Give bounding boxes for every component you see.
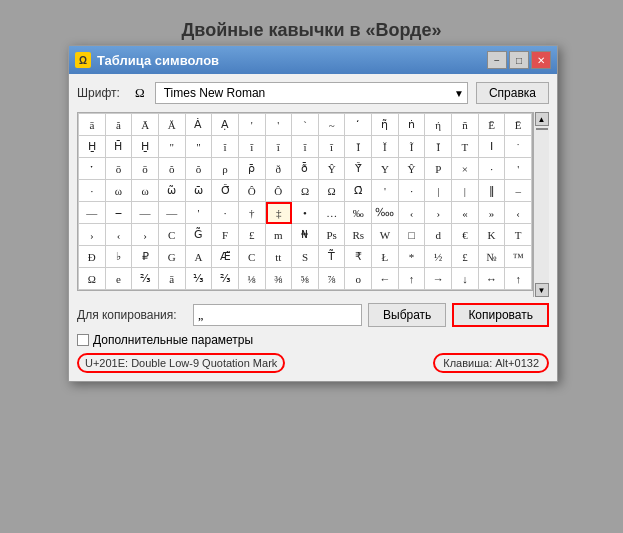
symbol-cell[interactable]: ˑ (79, 158, 106, 180)
symbol-cell[interactable]: ρ̄ (239, 158, 266, 180)
symbol-cell[interactable]: ĩ (319, 136, 346, 158)
symbol-cell[interactable]: ‒ (106, 202, 133, 224)
symbol-cell[interactable]: Ⅰ (479, 136, 506, 158)
symbol-cell[interactable]: Ă (159, 114, 186, 136)
symbol-cell[interactable]: | (425, 180, 452, 202)
help-button[interactable]: Справка (476, 82, 549, 104)
symbol-cell[interactable]: ī (266, 136, 293, 158)
symbol-cell[interactable]: C (159, 224, 186, 246)
copy-button[interactable]: Копировать (452, 303, 549, 327)
symbol-cell[interactable]: Ps (319, 224, 346, 246)
scroll-thumb[interactable] (536, 128, 548, 130)
symbol-cell[interactable]: ĭ (212, 136, 239, 158)
symbol-cell[interactable]: C (239, 246, 266, 268)
symbol-cell[interactable]: ' (266, 114, 293, 136)
symbol-cell[interactable]: ← (372, 268, 399, 290)
symbol-cell[interactable]: ρ (212, 158, 239, 180)
symbol-cell[interactable]: Rs (345, 224, 372, 246)
symbol-cell[interactable]: ‖ (479, 180, 506, 202)
symbol-cell[interactable]: ‡ (266, 202, 293, 224)
symbol-cell[interactable]: ω (106, 180, 133, 202)
symbol-cell[interactable]: ⅔ (132, 268, 159, 290)
scroll-down-arrow[interactable]: ▼ (535, 283, 549, 297)
symbol-cell[interactable]: " (159, 136, 186, 158)
symbol-cell[interactable]: Ω̄ (345, 180, 372, 202)
symbol-cell[interactable]: Ạ (212, 114, 239, 136)
symbol-cell[interactable]: ‱ (372, 202, 399, 224)
symbol-cell[interactable]: ō (106, 158, 133, 180)
symbol-cell[interactable]: ‹ (106, 224, 133, 246)
symbol-cell[interactable]: › (425, 202, 452, 224)
symbol-cell[interactable]: e (106, 268, 133, 290)
symbol-cell[interactable]: · (79, 180, 106, 202)
symbol-cell[interactable]: Ā (132, 114, 159, 136)
symbol-cell[interactable]: ↓ (452, 268, 479, 290)
symbol-cell[interactable]: m (266, 224, 293, 246)
symbol-cell[interactable]: ʻ (345, 114, 372, 136)
symbol-cell[interactable]: ŏ (186, 158, 213, 180)
symbol-cell[interactable]: ⅛ (239, 268, 266, 290)
symbol-cell[interactable]: Ô (266, 180, 293, 202)
symbol-cell[interactable]: … (319, 202, 346, 224)
symbol-cell[interactable]: ↑ (505, 268, 532, 290)
scroll-up-arrow[interactable]: ▲ (535, 112, 549, 126)
symbol-cell[interactable]: — (159, 202, 186, 224)
symbol-cell[interactable]: £ (239, 224, 266, 246)
symbol-cell[interactable]: T (452, 136, 479, 158)
symbol-cell[interactable]: ♭ (106, 246, 133, 268)
symbol-cell[interactable]: » (479, 202, 506, 224)
symbol-cell[interactable]: £ (452, 246, 479, 268)
symbol-cell[interactable]: › (79, 224, 106, 246)
symbol-cell[interactable]: S (292, 246, 319, 268)
symbol-cell[interactable]: Ī (345, 136, 372, 158)
symbol-cell[interactable]: Ī (425, 136, 452, 158)
symbol-cell[interactable]: ṅ (399, 114, 426, 136)
symbol-cell[interactable]: ‹ (399, 202, 426, 224)
symbol-cell[interactable]: ð̄ (292, 158, 319, 180)
symbol-cell[interactable]: ˙ (505, 136, 532, 158)
symbol-cell[interactable]: › (132, 224, 159, 246)
symbol-cell[interactable]: Ē (479, 114, 506, 136)
symbol-cell[interactable]: ⅞ (319, 268, 346, 290)
symbol-cell[interactable]: tt (266, 246, 293, 268)
symbol-cell[interactable]: ā (159, 268, 186, 290)
symbol-cell[interactable]: * (399, 246, 426, 268)
symbol-cell[interactable]: Æ̃ (212, 246, 239, 268)
symbol-cell[interactable]: ' (372, 180, 399, 202)
font-select[interactable]: Times New Roman (155, 82, 468, 104)
symbol-cell[interactable]: – (505, 180, 532, 202)
symbol-cell[interactable]: Ŷ̄ (345, 158, 372, 180)
symbol-cell[interactable]: ā (79, 114, 106, 136)
symbol-cell[interactable]: ⅝ (292, 268, 319, 290)
symbol-cell[interactable]: Ŷ (319, 158, 346, 180)
symbol-cell[interactable]: ⅓ (186, 268, 213, 290)
maximize-button[interactable]: □ (509, 51, 529, 69)
symbol-cell[interactable]: W (372, 224, 399, 246)
symbol-cell[interactable]: ↔ (479, 268, 506, 290)
symbol-cell[interactable]: T̃ (319, 246, 346, 268)
symbol-cell[interactable]: ñ (452, 114, 479, 136)
symbol-cell[interactable]: H̱ (132, 136, 159, 158)
symbol-cell[interactable]: Ω (292, 180, 319, 202)
symbol-cell[interactable]: ` (292, 114, 319, 136)
symbol-cell[interactable]: ₽ (132, 246, 159, 268)
symbol-cell[interactable]: Ł (372, 246, 399, 268)
symbol-cell[interactable]: Ĩ (399, 136, 426, 158)
symbol-cell[interactable]: Ŷ (399, 158, 426, 180)
symbol-cell[interactable]: G (159, 246, 186, 268)
symbol-cell[interactable]: Ð (79, 246, 106, 268)
symbol-cell[interactable]: Ô (239, 180, 266, 202)
symbol-cell[interactable]: Ω (319, 180, 346, 202)
symbol-cell[interactable]: H̱ (79, 136, 106, 158)
symbol-cell[interactable]: † (239, 202, 266, 224)
symbol-cell[interactable]: Ĭ (372, 136, 399, 158)
symbol-cell[interactable]: d (425, 224, 452, 246)
symbol-cell[interactable]: — (79, 202, 106, 224)
symbol-cell[interactable]: ½ (425, 246, 452, 268)
symbol-cell[interactable]: " (186, 136, 213, 158)
symbol-cell[interactable]: ŏ (159, 158, 186, 180)
symbol-cell[interactable]: € (452, 224, 479, 246)
close-button[interactable]: ✕ (531, 51, 551, 69)
params-checkbox[interactable] (77, 334, 89, 346)
symbol-cell[interactable]: ' (505, 158, 532, 180)
